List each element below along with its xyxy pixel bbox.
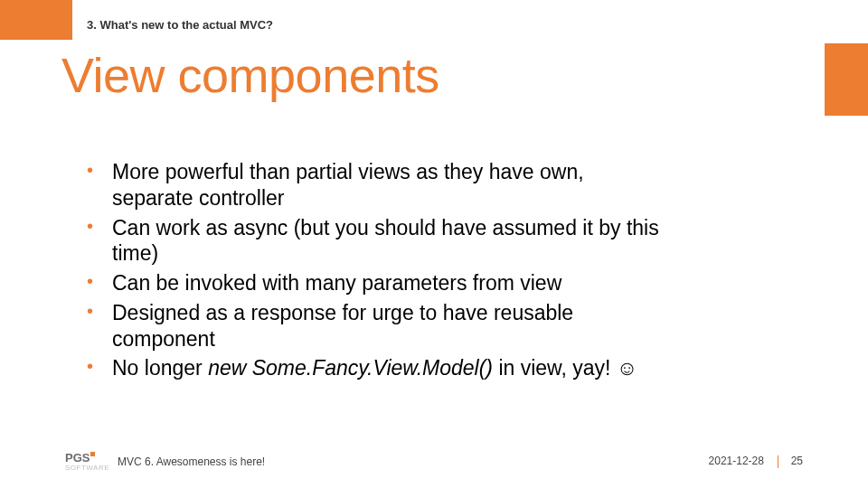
list-item: No longer new Some.Fancy.View.Model() in… — [87, 355, 665, 381]
bullet-list: More powerful than partial views as they… — [87, 159, 665, 385]
footer-date: 2021-12-28 — [709, 455, 764, 467]
list-item-suffix: in view, yay! ☺ — [498, 356, 637, 380]
accent-block-top-right — [825, 43, 868, 116]
page-title: View components — [61, 47, 439, 103]
list-item: Can be invoked with many parameters from… — [87, 270, 665, 296]
list-item-text: More powerful than partial views as they… — [112, 160, 584, 210]
list-item-text: Can be invoked with many parameters from… — [112, 271, 561, 295]
section-label: 3. What's new to the actual MVC? — [87, 18, 273, 32]
footer-separator-icon — [778, 455, 778, 468]
list-item-prefix: No longer — [112, 356, 208, 380]
list-item: Designed as a response for urge to have … — [87, 300, 665, 352]
logo-subtext: SOFTWARE — [65, 465, 109, 472]
footer: PGS SOFTWARE MVC 6. Awesomeness is here!… — [0, 450, 868, 472]
accent-block-top-left — [0, 0, 72, 40]
slide: 3. What's new to the actual MVC? View co… — [0, 0, 868, 488]
logo: PGS SOFTWARE — [65, 452, 109, 472]
logo-text: PGS — [65, 451, 90, 465]
list-item-text: Can work as async (but you should have a… — [112, 216, 659, 266]
logo-dot-icon — [90, 452, 95, 456]
footer-meta: 2021-12-28 25 — [709, 455, 803, 468]
list-item-text: Designed as a response for urge to have … — [112, 301, 573, 351]
footer-page-number: 25 — [791, 455, 803, 467]
list-item: More powerful than partial views as they… — [87, 159, 665, 211]
footer-caption: MVC 6. Awesomeness is here! — [118, 455, 265, 468]
list-item-code: new Some.Fancy.View.Model() — [208, 356, 498, 380]
list-item: Can work as async (but you should have a… — [87, 215, 665, 267]
